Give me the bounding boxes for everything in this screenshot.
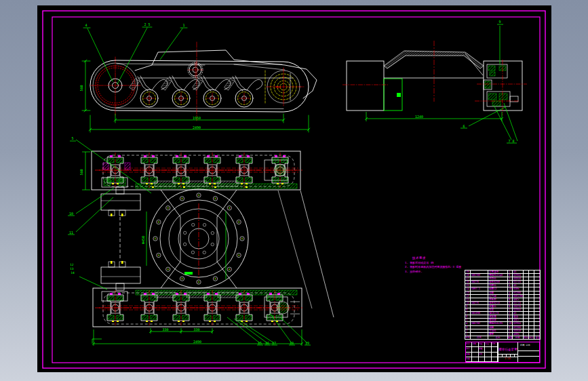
balloon-5: 5 [71,136,73,140]
dim-track-height: 560 [79,85,83,91]
dim-pitch1: 330 [162,327,168,332]
title-block-cell [472,347,478,352]
title-block-cell [472,357,478,362]
notes-line: 1. 装配后转动灵活 45 [405,261,486,266]
title-block-cell: 处数 [472,342,478,347]
balloon-10: 10 [69,212,73,216]
dim-flange-dia: Φ450 [141,236,145,244]
balloon-16: 16 [265,341,269,345]
balloon-17: 17 [272,341,276,345]
bom-cell: 单件 [524,336,529,339]
balloon-4: 4 [85,23,87,27]
title-block-middle: 履带行走装置 1:10 [498,342,518,362]
title-block-cell: 分区 [479,342,485,347]
dim-pitch2: 330 [193,327,199,332]
bom-cell: 数量 [508,336,513,339]
title-block-cell [485,357,491,362]
title-block-cell: 批准 [466,357,472,362]
bom-cell: 材料 [513,336,524,339]
idler-radius-note: R13 [276,85,281,89]
dim-plan-overall: 2490 [193,340,201,344]
bom-cell: 备注 [534,336,540,339]
drawing-title: 履带行走装置 [498,348,517,351]
balloon-6: 6 [463,124,465,128]
dim-wheelbase: 1950 [193,116,201,120]
balloon-15: 15 [258,341,262,345]
title-block-cell: 日期 [492,342,498,347]
bom-cell: 序号 [465,336,471,339]
cad-viewer: R13 560 1950 2490 4 2 5 1 [0,0,588,381]
title-block-cell [479,357,485,362]
title-block: 标记处数分区签名日期设计校核审核工艺批准 履带行走装置 1:10 机械 学院 [465,342,540,363]
notes-title: 技术要求 [405,256,486,261]
bom-cell: 名称 [488,336,508,339]
title-block-cell [485,353,491,357]
dim-beam-width: 560 [79,169,83,175]
title-block-cell [492,357,498,362]
title-block-cell [472,353,478,357]
title-block-cell: 设计 [466,347,472,352]
organization-name: 机械 学院 [520,344,530,347]
title-block-cell: 校核 [479,347,485,352]
title-block-cell: 审核 [466,353,472,357]
dim-body-width: 1240 [415,115,423,119]
balloon-9: 9 [498,20,501,24]
dim-overall-length: 2490 [193,125,201,129]
title-block-right: 机械 学院 [518,342,539,362]
title-block-cell: 标记 [466,342,472,347]
bom-header-row: 序号代号名称数量材料单件总计备注 [465,336,540,339]
balloon-2-5: 2 5 [144,22,150,26]
bom-cell: 总计 [529,336,534,339]
balloon-1: 1 [182,23,184,27]
title-block-cell [485,347,491,352]
balloon-19: 19 [305,341,309,345]
title-block-signature-grid: 标记处数分区签名日期设计校核审核工艺批准 [466,342,498,362]
balloon-18: 18 [290,341,294,345]
title-block-cell: 签名 [485,342,491,347]
balloon-7-8: 7 8 [508,139,514,143]
balloon-11: 11 [69,230,73,235]
title-block-cell: 工艺 [479,353,485,357]
drawing-scale: 1:10 [505,357,511,360]
title-block-cell [492,347,498,352]
bom-cell: 代号 [471,336,488,339]
title-block-cell [492,353,498,357]
bom-table: 19张紧装置14518GB5783螺栓M12×408Q235A17诱导轮2ZG3… [465,270,541,340]
